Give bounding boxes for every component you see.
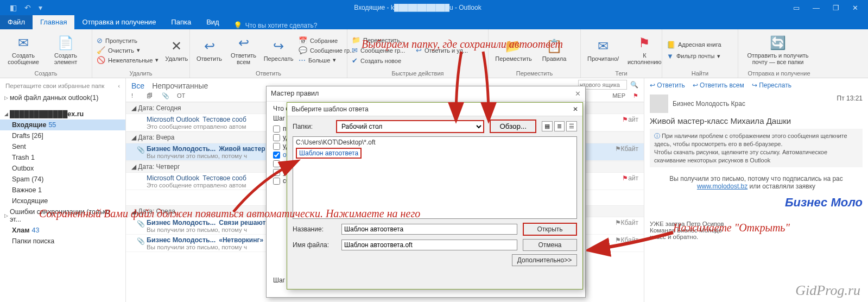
col-size[interactable]: МЕР xyxy=(612,92,625,99)
rp-reply[interactable]: ↩ Ответить xyxy=(650,81,685,89)
search-icon[interactable]: 🔍 xyxy=(630,81,638,89)
rp-replyall[interactable]: ↩ Ответить всем xyxy=(693,81,744,89)
reply-button[interactable]: ↩Ответить xyxy=(194,37,224,63)
file-list[interactable]: C:\Users\KOT\Desktop\*.oft Шаблон автоот… xyxy=(293,136,577,219)
nav-sync-errors[interactable]: ▷Ошибки синхронизации (только эт... xyxy=(0,206,125,225)
maximize-icon[interactable]: ❐ xyxy=(833,4,839,12)
moveto-icon: 📁 xyxy=(352,36,360,44)
qa-createnew-button[interactable]: ✔Создать новое xyxy=(352,56,411,65)
followup-button[interactable]: ⚑К исполнению xyxy=(625,34,664,66)
qat-undo-icon[interactable]: ↶ xyxy=(24,3,31,12)
forward-button[interactable]: ↪Переслать xyxy=(263,37,294,63)
tab-file[interactable]: Файл xyxy=(0,15,33,29)
rule-checkbox[interactable] xyxy=(273,160,280,167)
view-icons-icon[interactable]: ▦ xyxy=(542,121,553,131)
clean-icon: 🧹 xyxy=(97,46,105,54)
more-button[interactable]: ⋯Больше ▾ xyxy=(299,56,354,64)
rule-checkbox[interactable] xyxy=(273,125,280,133)
template-file-item[interactable]: Шаблон автоответа xyxy=(296,148,362,159)
flag-icon: ⚑ xyxy=(638,35,650,51)
ribbon: ✉Создать сообщение 📄Создать элемент Созд… xyxy=(0,29,868,78)
view-details-icon[interactable]: ☰ xyxy=(566,121,577,131)
msg-button[interactable]: 💬Сообщение гр... xyxy=(299,46,354,54)
new-mail-button[interactable]: ✉Создать сообщение xyxy=(4,34,42,66)
qa-replydel-button[interactable]: ✉Сообщение гр... xyxy=(352,46,411,54)
move-button[interactable]: 📂Переместить xyxy=(493,37,534,63)
filter-button[interactable]: ▼Фильтр почты ▾ xyxy=(667,52,721,60)
junk-button[interactable]: 🚫Нежелательные ▾ xyxy=(97,56,159,64)
file-input[interactable] xyxy=(341,240,517,250)
ribbon-options-icon[interactable]: ▭ xyxy=(793,4,800,12)
tab-sendrecv[interactable]: Отправка и получение xyxy=(74,15,163,29)
col-flag-icon[interactable]: ⚑ xyxy=(633,92,638,99)
nav-outgoing[interactable]: Исходящие xyxy=(0,196,125,206)
rule-checkbox[interactable] xyxy=(273,178,280,185)
rp-from: Бизнес Молодость Крас xyxy=(673,100,745,108)
forward-icon: ↪ xyxy=(273,39,284,54)
reply-icon: ↩ xyxy=(204,39,215,54)
close-icon[interactable]: ✕ xyxy=(852,4,858,12)
tab-home[interactable]: Главная xyxy=(33,15,74,29)
name-input[interactable] xyxy=(341,224,517,235)
check-icon: ✔ xyxy=(352,56,358,65)
attachment-icon: 📎 xyxy=(137,237,145,245)
nav-datafile[interactable]: ▷мой файл данных outlook(1) xyxy=(0,92,125,103)
nav-spam[interactable]: Spam (74) xyxy=(0,174,125,185)
rp-infobar[interactable]: ⓘ При наличии проблем с отображением это… xyxy=(650,129,863,167)
nav-drafts[interactable]: Drafts [26] xyxy=(0,130,125,141)
tab-view[interactable]: Вид xyxy=(199,15,227,29)
rp-forward[interactable]: ↪ Переслать xyxy=(752,81,791,89)
nav-inbox[interactable]: Входящие55 xyxy=(0,119,125,130)
browse-button[interactable]: Обзор... xyxy=(490,119,536,133)
replyall-button[interactable]: ↩Ответить всем xyxy=(229,34,258,66)
tab-folder[interactable]: Папка xyxy=(163,15,199,29)
name-label: Название: xyxy=(293,225,336,233)
view-list-icon[interactable]: ≣ xyxy=(554,121,565,131)
meeting-icon: 📅 xyxy=(299,36,307,45)
sendrecv-icon: 🔄 xyxy=(770,35,786,51)
sendrecv-all-button[interactable]: 🔄Отправить и получить почту — все папки xyxy=(743,34,813,66)
new-mail-icon: ✉ xyxy=(18,35,29,51)
filter-icon: ▼ xyxy=(667,52,674,60)
open-button[interactable]: Открыть xyxy=(523,223,577,236)
rules-button[interactable]: 📋Правила xyxy=(538,37,570,63)
new-item-button[interactable]: 📄Создать элемент xyxy=(47,34,85,66)
group-new-label: Создать xyxy=(4,69,87,77)
nav-important[interactable]: Важное 1 xyxy=(0,185,125,196)
nav-junk[interactable]: Хлам43 xyxy=(0,225,125,236)
qa-move-button[interactable]: 📁Переместить... xyxy=(352,36,411,44)
minimize-icon[interactable]: — xyxy=(813,4,820,12)
qa-reply-del2[interactable]: ↩Ответить и уд... xyxy=(416,46,468,54)
nav-account[interactable]: ◢████████████ex.ru xyxy=(0,109,125,119)
nav-sent[interactable]: Sent xyxy=(0,141,125,152)
clean-button[interactable]: 🧹Очистить ▾ xyxy=(97,46,159,54)
advanced-button[interactable]: Дополнительно>> xyxy=(512,254,577,266)
replydel-icon: ✉ xyxy=(352,46,358,54)
rule-checkbox[interactable] xyxy=(273,134,280,141)
filter-unread[interactable]: Непрочитанные xyxy=(152,81,208,90)
ignore-button[interactable]: ⊘Пропустить xyxy=(97,36,159,45)
ignore-icon: ⊘ xyxy=(97,36,103,45)
delete-button[interactable]: ✕Удалить xyxy=(163,37,190,63)
col-from[interactable]: ОТ xyxy=(177,92,258,99)
addrbook-button[interactable]: 📒Адресная книга xyxy=(667,41,721,49)
meeting-button[interactable]: 📅Собрание xyxy=(299,36,354,45)
group-sendrecv-label: Отправка и получение xyxy=(743,69,815,77)
qat-customize-icon[interactable]: ▾ xyxy=(39,3,42,12)
rule-checkbox[interactable] xyxy=(273,169,280,176)
rp-time: Пт 13:21 xyxy=(837,95,863,113)
unread-button[interactable]: ✉Прочитано/ xyxy=(585,37,621,63)
chooser-title: Выберите шаблон ответа xyxy=(292,105,369,113)
wizard-close-icon[interactable]: ✕ xyxy=(575,90,581,98)
rule-checkbox[interactable] xyxy=(273,152,280,159)
tellme-search[interactable]: 💡Что вы хотите сделать? xyxy=(227,21,318,29)
rule-checkbox[interactable] xyxy=(273,143,280,150)
folder-select[interactable]: Рабочий стол xyxy=(336,120,484,133)
nav-trash[interactable]: Trash 1 xyxy=(0,152,125,163)
cancel-button[interactable]: Отмена xyxy=(523,239,577,251)
nav-outbox[interactable]: Outbox xyxy=(0,163,125,174)
filter-all[interactable]: Все xyxy=(131,81,144,90)
chooser-close-icon[interactable]: ✕ xyxy=(573,105,578,113)
nav-search-folders[interactable]: Папки поиска xyxy=(0,236,125,247)
link-molodost[interactable]: www.molodost.bz xyxy=(697,183,747,190)
